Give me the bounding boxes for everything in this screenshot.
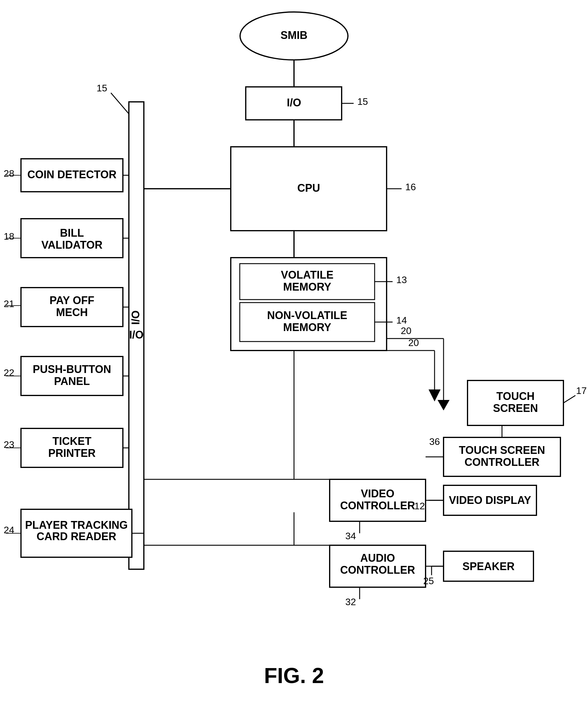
touch-screen-controller-label: TOUCH SCREEN: [459, 444, 545, 456]
non-volatile-memory-label: NON-VOLATILE: [267, 309, 347, 321]
ref-23: 23: [4, 439, 14, 450]
audio-controller-label2: CONTROLLER: [340, 564, 415, 576]
video-controller-label2: CONTROLLER: [340, 499, 415, 512]
video-controller-label: VIDEO: [361, 487, 394, 500]
ref-14: 14: [396, 315, 407, 326]
ticket-printer-label: TICKET: [52, 435, 91, 447]
ref-36: 36: [429, 436, 440, 447]
bill-validator-label: BILL: [60, 227, 84, 239]
volatile-memory-label: VOLATILE: [281, 269, 333, 281]
ref-20-label: 20: [401, 325, 412, 336]
ref-24: 24: [4, 525, 14, 535]
pay-off-mech-label2: MECH: [56, 306, 88, 318]
ref-13: 13: [396, 274, 407, 285]
fig-label: FIG. 2: [264, 664, 324, 687]
ref-16: 16: [405, 182, 416, 192]
ref-28: 28: [4, 168, 14, 179]
pay-off-mech-label: PAY OFF: [49, 294, 94, 306]
coin-detector-label: COIN DETECTOR: [27, 168, 116, 180]
ref-21: 21: [4, 298, 14, 309]
io-top-label: I/O: [287, 97, 301, 109]
ref-18: 18: [4, 231, 14, 242]
svg-marker-61: [438, 400, 449, 410]
ref-25: 25: [423, 576, 434, 586]
video-display-label: VIDEO DISPLAY: [449, 494, 531, 506]
svg-line-17: [111, 93, 129, 114]
player-tracking-label: PLAYER TRACKING: [25, 519, 128, 531]
svg-marker-15: [428, 389, 441, 402]
io-bus-text: I/O: [129, 329, 144, 341]
push-button-panel-label2: PANEL: [54, 375, 90, 387]
ref-32: 32: [345, 596, 356, 607]
smib-label: SMIB: [280, 29, 308, 41]
io-bus-label: I/O: [129, 311, 142, 325]
touch-screen-label: TOUCH: [496, 390, 534, 402]
ref-17: 17: [576, 385, 587, 396]
ref-12: 12: [414, 500, 425, 511]
cpu-label: CPU: [297, 182, 320, 194]
touch-screen-label2: SCREEN: [493, 402, 538, 414]
non-volatile-memory-label2: MEMORY: [283, 321, 332, 334]
ref-15-bus: 15: [97, 83, 107, 93]
player-tracking-label2: CARD READER: [37, 530, 116, 542]
ref-34: 34: [345, 531, 356, 541]
ref-22: 22: [4, 367, 14, 378]
speaker-label: SPEAKER: [462, 560, 514, 573]
audio-controller-label: AUDIO: [360, 552, 395, 564]
push-button-panel-label: PUSH-BUTTON: [33, 363, 111, 376]
touch-screen-controller-label2: CONTROLLER: [464, 456, 540, 468]
diagram: SMIB I/O 15 CPU 16 VOLATILE MEMORY 13 NO…: [0, 0, 588, 725]
volatile-memory-label2: MEMORY: [283, 281, 332, 293]
ticket-printer-label2: PRINTER: [48, 447, 96, 459]
bill-validator-label2: VALIDATOR: [41, 239, 103, 251]
svg-line-38: [563, 396, 575, 403]
ref-15-top: 15: [357, 96, 368, 107]
